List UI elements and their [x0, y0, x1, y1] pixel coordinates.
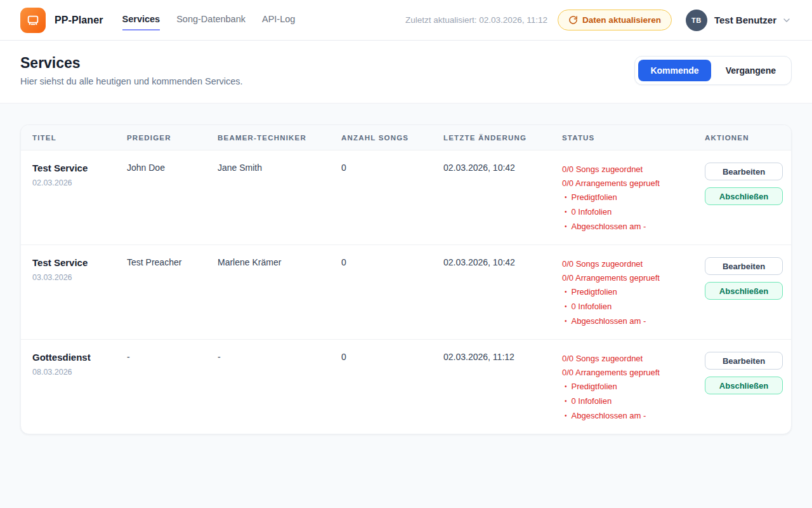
- beamer-techniker-cell: Jane Smith: [206, 150, 330, 244]
- prediger-cell: -: [115, 340, 206, 434]
- edit-button[interactable]: Bearbeiten: [705, 257, 783, 275]
- service-date: 02.03.2026: [32, 178, 109, 187]
- prediger-cell: Test Preacher: [115, 245, 206, 339]
- service-title-cell: Test Service 02.03.2026: [21, 150, 115, 244]
- service-title: Test Service: [32, 163, 109, 173]
- chevron-down-icon: [782, 15, 792, 25]
- complete-button[interactable]: Abschließen: [705, 187, 783, 205]
- service-title: Gottesdienst: [32, 352, 109, 363]
- letzte-aenderung-cell: 02.03.2026, 11:12: [432, 340, 551, 434]
- status-line: Predigtfolien: [562, 285, 687, 300]
- service-title: Test Service: [32, 257, 109, 268]
- nav-item-song-datenbank[interactable]: Song-Datenbank: [176, 10, 246, 30]
- top-navbar: PP-Planer Services Song-Datenbank API-Lo…: [0, 0, 812, 41]
- column-header-status: Status: [551, 125, 693, 150]
- status-line: 0/0 Songs zugeordnet: [562, 257, 687, 271]
- column-header-titel: Titel: [21, 125, 115, 150]
- column-header-anzahl-songs: Anzahl Songs: [330, 125, 432, 150]
- services-table-card: Titel Prediger Beamer-Techniker Anzahl S…: [20, 124, 792, 434]
- filter-upcoming-button[interactable]: Kommende: [638, 60, 710, 81]
- actions-cell: Bearbeiten Abschließen: [693, 150, 792, 244]
- status-line: 0/0 Arrangements geprueft: [562, 271, 687, 285]
- refresh-icon: [568, 15, 578, 25]
- filter-toggle-group: Kommende Vergangene: [634, 56, 792, 85]
- complete-button[interactable]: Abschließen: [705, 282, 783, 300]
- status-line: Abgeschlossen am -: [562, 220, 687, 234]
- status-line: 0 Infofolien: [562, 300, 687, 314]
- anzahl-songs-cell: 0: [330, 340, 432, 434]
- page-subtitle: Hier siehst du alle heutigen und kommend…: [20, 76, 243, 86]
- service-title-cell: Test Service 03.03.2026: [21, 245, 115, 339]
- status-cell: 0/0 Songs zugeordnet 0/0 Arrangements ge…: [551, 245, 693, 339]
- status-line: Predigtfolien: [562, 190, 687, 205]
- status-line: 0/0 Arrangements geprueft: [562, 177, 687, 190]
- column-header-aktionen: Aktionen: [693, 125, 791, 150]
- user-menu[interactable]: TB Test Benutzer: [686, 10, 792, 31]
- table-header-row: Titel Prediger Beamer-Techniker Anzahl S…: [21, 125, 791, 150]
- anzahl-songs-cell: 0: [330, 245, 432, 339]
- status-cell: 0/0 Songs zugeordnet 0/0 Arrangements ge…: [551, 340, 693, 434]
- status-line: 0 Infofolien: [562, 205, 687, 220]
- main-nav: Services Song-Datenbank API-Log: [122, 10, 296, 30]
- anzahl-songs-cell: 0: [330, 150, 432, 244]
- status-line: 0/0 Songs zugeordnet: [562, 163, 687, 177]
- avatar: TB: [686, 10, 707, 31]
- actions-cell: Bearbeiten Abschließen: [693, 245, 792, 339]
- status-line: Predigtfolien: [562, 380, 687, 394]
- beamer-techniker-cell: Marlene Krämer: [206, 245, 330, 339]
- service-date: 03.03.2026: [32, 273, 109, 282]
- nav-item-services[interactable]: Services: [122, 10, 160, 30]
- letzte-aenderung-cell: 02.03.2026, 10:42: [432, 245, 551, 339]
- service-date: 08.03.2026: [32, 368, 109, 377]
- refresh-data-button[interactable]: Daten aktualisieren: [558, 10, 672, 30]
- app-logo: [20, 8, 46, 33]
- page-header: Services Hier siehst du alle heutigen un…: [0, 41, 812, 104]
- status-cell: 0/0 Songs zugeordnet 0/0 Arrangements ge…: [551, 150, 693, 244]
- complete-button[interactable]: Abschließen: [705, 377, 783, 394]
- actions-cell: Bearbeiten Abschließen: [693, 340, 792, 434]
- beamer-techniker-cell: -: [206, 340, 330, 434]
- edit-button[interactable]: Bearbeiten: [705, 163, 783, 180]
- brand-name: PP-Planer: [55, 15, 103, 26]
- edit-button[interactable]: Bearbeiten: [705, 352, 783, 370]
- page-title: Services: [20, 55, 243, 72]
- service-title-cell: Gottesdienst 08.03.2026: [21, 340, 115, 434]
- refresh-button-label: Daten aktualisieren: [582, 15, 661, 25]
- user-name: Test Benutzer: [714, 15, 776, 25]
- filter-past-button[interactable]: Vergangene: [714, 60, 788, 81]
- column-header-prediger: Prediger: [115, 125, 206, 150]
- status-line: 0/0 Songs zugeordnet: [562, 352, 687, 366]
- column-header-letzte-aenderung: Letzte Änderung: [432, 125, 551, 150]
- prediger-cell: John Doe: [115, 150, 206, 244]
- column-header-beamer-techniker: Beamer-Techniker: [206, 125, 330, 150]
- last-updated-text: Zuletzt aktualisiert: 02.03.2026, 11:12: [405, 15, 547, 25]
- projector-icon: [26, 13, 40, 27]
- table-row: Test Service 02.03.2026 John Doe Jane Sm…: [21, 150, 791, 245]
- table-row: Test Service 03.03.2026 Test Preacher Ma…: [21, 245, 791, 340]
- status-line: 0 Infofolien: [562, 394, 687, 409]
- status-line: 0/0 Arrangements geprueft: [562, 366, 687, 380]
- status-line: Abgeschlossen am -: [562, 314, 687, 329]
- main-content: Titel Prediger Beamer-Techniker Anzahl S…: [0, 104, 812, 455]
- status-line: Abgeschlossen am -: [562, 409, 687, 424]
- nav-item-api-log[interactable]: API-Log: [262, 10, 295, 30]
- letzte-aenderung-cell: 02.03.2026, 10:42: [432, 150, 551, 244]
- table-row: Gottesdienst 08.03.2026 - - 0 02.03.2026…: [21, 340, 791, 434]
